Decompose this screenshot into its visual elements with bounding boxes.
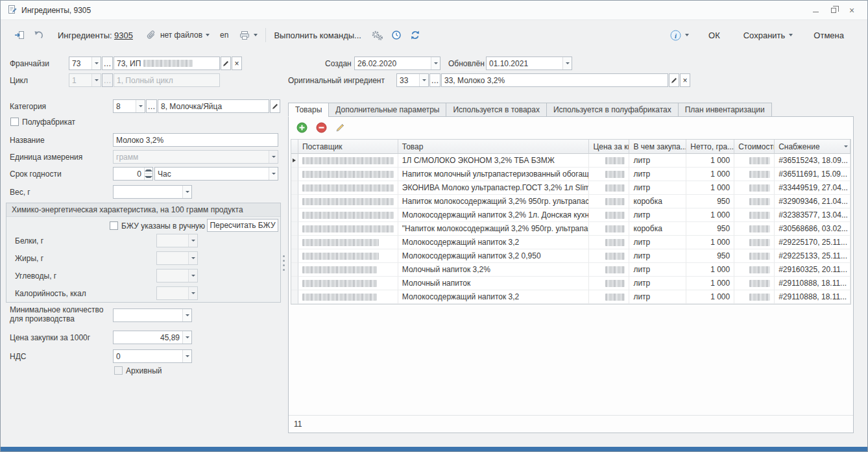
category-code-combo[interactable]: 8	[113, 99, 145, 113]
redacted-value	[605, 184, 625, 192]
commands-settings-icon[interactable]	[370, 28, 385, 42]
attachments-dropdown-icon[interactable]	[206, 34, 210, 36]
original-edit-button[interactable]	[669, 73, 679, 87]
splitter-handle[interactable]	[282, 56, 287, 429]
cell-packaging: коробка	[629, 222, 686, 236]
franchisee-edit-button[interactable]	[221, 56, 231, 70]
table-row[interactable]: 1Л С/МОЛОКО ЭКОНОМ 3,2% ТБА БЗМЖлитр1 00…	[291, 154, 850, 168]
info-icon[interactable]: i	[668, 28, 682, 42]
column-header-5[interactable]: Нетто, гра...	[686, 140, 734, 154]
franchisee-text-field[interactable]: 73, ИП	[114, 56, 220, 70]
bju-manual-checkbox[interactable]	[110, 221, 118, 230]
ok-button[interactable]: ОК	[708, 31, 720, 40]
min-qty-combo[interactable]	[113, 308, 192, 322]
run-commands-button[interactable]: Выполнить команды...	[274, 31, 361, 40]
tab-4[interactable]: Используется в полуфабрикатах	[546, 103, 678, 117]
franchisee-code-combo[interactable]: 73	[69, 56, 101, 70]
franchisee-clear-button[interactable]: ×	[232, 56, 242, 70]
record-number-link[interactable]: 9305	[114, 31, 133, 40]
attachments-label[interactable]: нет файлов	[160, 31, 202, 40]
archived-checkbox[interactable]	[114, 366, 123, 375]
table-row[interactable]: Напиток молокосодержащий 3,2% 950гр. уль…	[291, 195, 850, 208]
original-browse-button[interactable]: …	[429, 73, 440, 87]
table-row[interactable]: Молочный напиток 3,2%литр1 000#29160325,…	[291, 263, 850, 277]
weight-combo[interactable]	[113, 185, 192, 199]
table-row[interactable]: Молочный напитоклитр1 000#29110888, 18.1…	[291, 277, 850, 290]
shelf-life-spinner[interactable]: 0	[113, 167, 153, 181]
cell-packaging: литр	[629, 277, 686, 290]
cell-supply: #29110888, 18.11...	[775, 290, 850, 304]
add-row-icon[interactable]	[296, 122, 307, 135]
ingredient-card-window: Ингредиенты, 9305 × Ингредиенты: 9305 не…	[0, 0, 868, 452]
column-chooser-icon[interactable]	[844, 145, 848, 147]
column-header-2[interactable]: Товар	[398, 140, 590, 154]
tab-3[interactable]: Используется в товарах	[446, 103, 546, 117]
cell-supply: #36515243, 18.09...	[775, 154, 850, 168]
table-row[interactable]: Молокосодержащий напиток 3,2 0,950литр95…	[291, 249, 850, 263]
table-row[interactable]: Молокосодержащий напиток 3,2литр1 000#29…	[291, 290, 850, 304]
column-header-6[interactable]: Стоимость	[734, 140, 775, 154]
updated-date-field[interactable]: 01.10.2021	[486, 56, 572, 70]
cell-supply: #32909346, 21.04...	[775, 195, 850, 208]
paperclip-icon[interactable]	[145, 28, 159, 42]
shelf-life-unit-combo[interactable]: Час	[154, 167, 278, 181]
save-dropdown-icon[interactable]	[789, 34, 793, 36]
category-text-field[interactable]: 8, Молочка/Яйца	[158, 99, 269, 113]
table-row[interactable]: Молокосодержащий напиток 3,2литр1 000#29…	[291, 236, 850, 249]
remove-row-icon[interactable]	[316, 122, 327, 135]
protein-field	[156, 234, 198, 247]
back-icon[interactable]	[32, 28, 46, 42]
print-dropdown-icon[interactable]	[254, 34, 258, 36]
tab-1[interactable]: Товары	[288, 103, 328, 117]
row-indicator-cell	[291, 290, 298, 304]
close-button[interactable]: ×	[843, 4, 861, 17]
semifinished-checkbox[interactable]	[10, 118, 19, 126]
restore-button[interactable]	[825, 4, 843, 17]
vat-label: НДС	[10, 352, 26, 361]
products-panel: ПоставщикТоварЦена за кгВ чем закупа...Н…	[288, 116, 854, 433]
column-header-4[interactable]: В чем закупа...	[629, 140, 686, 154]
original-code-combo[interactable]: 33	[396, 73, 429, 87]
cell-cost	[734, 154, 775, 168]
open-record-icon[interactable]	[12, 28, 27, 42]
print-icon[interactable]	[237, 28, 252, 42]
original-clear-button[interactable]: ×	[680, 73, 690, 87]
category-browse-button[interactable]: …	[146, 99, 157, 113]
tab-5[interactable]: План инвентаризации	[678, 103, 772, 117]
column-header-7[interactable]: Снабжение	[775, 140, 850, 154]
grid-body: 1Л С/МОЛОКО ЭКОНОМ 3,2% ТБА БЗМЖлитр1 00…	[291, 154, 850, 304]
refresh-icon[interactable]	[408, 28, 422, 42]
vat-combo[interactable]: 0	[113, 349, 192, 363]
original-text-field[interactable]: 33, Молоко 3,2%	[441, 73, 668, 87]
language-label[interactable]: en	[220, 31, 228, 40]
category-edit-button[interactable]	[270, 99, 280, 113]
name-field[interactable]: Молоко 3,2%	[113, 133, 278, 147]
created-date-field[interactable]: 26.02.2020	[354, 56, 440, 70]
redacted-value	[749, 294, 770, 301]
cell-price-per-kg	[589, 181, 629, 195]
category-label: Категория	[10, 102, 46, 111]
column-header-3[interactable]: Цена за кг	[589, 140, 629, 154]
edit-row-icon[interactable]	[335, 123, 345, 134]
table-row[interactable]: "Напиток молокосодержащий 3,2% 950гр. ул…	[291, 222, 850, 236]
cell-cost	[734, 195, 775, 208]
franchisee-browse-button[interactable]: …	[102, 56, 113, 70]
redacted-value	[605, 171, 625, 178]
redacted-value	[749, 198, 770, 205]
table-row[interactable]: Напиток молочный ультрапастеризованный о…	[291, 168, 850, 181]
minimize-button[interactable]	[806, 4, 825, 17]
purchase-price-field[interactable]: 45,89	[113, 331, 192, 344]
tab-2[interactable]: Дополнительные параметры	[328, 103, 446, 117]
current-row-arrow-icon	[293, 158, 296, 162]
cell-supply: #36511691, 15.09...	[775, 168, 850, 181]
column-header-1[interactable]: Поставщик	[298, 140, 398, 154]
history-icon[interactable]	[389, 28, 404, 42]
table-row[interactable]: Молокосодержащий напиток 3,2% 1л. Донска…	[291, 208, 850, 222]
cancel-button[interactable]: Отмена	[814, 31, 844, 40]
recalc-bju-button[interactable]: Пересчитать БЖУ	[207, 219, 278, 232]
info-dropdown-icon[interactable]	[685, 34, 689, 36]
table-row[interactable]: ЭКОНИВА Молоко ультрапастер.ГОСТ 3,2% 1л…	[291, 181, 850, 195]
redacted-value	[749, 184, 770, 192]
save-button[interactable]: Сохранить	[743, 31, 786, 40]
window-bottom-edge	[1, 447, 867, 451]
